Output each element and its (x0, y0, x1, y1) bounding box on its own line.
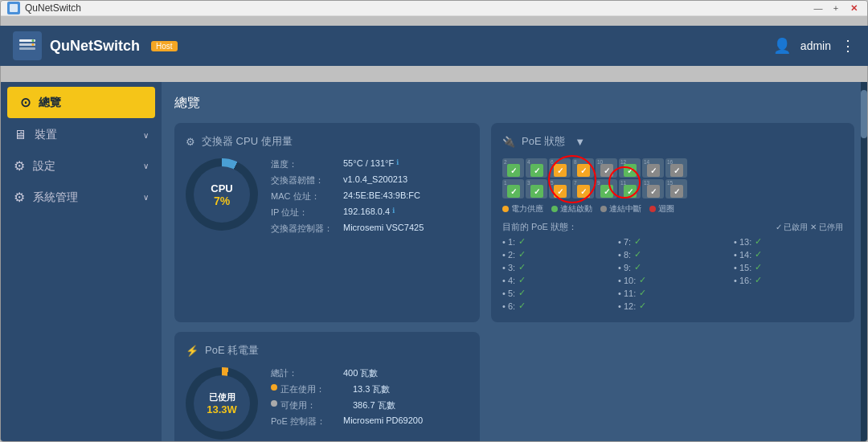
sidebar-device-label: 裝置 (35, 128, 57, 142)
port-5: 5 ✓ (549, 179, 571, 198)
port-3: 3 ✓ (526, 179, 547, 198)
in-use-row: 正在使用： 13.3 瓦數 (271, 383, 469, 395)
poe-gauge: 已使用 13.3W (186, 367, 258, 440)
port-col-8: 16 ✓ 15 ✓ (665, 158, 687, 198)
port-15: 15 ✓ (665, 179, 687, 198)
port-status-14: • 14:✓ (734, 249, 843, 260)
legend-disconnected-dot (600, 206, 607, 212)
ip-info-icon: ℹ (392, 207, 395, 219)
logo-icon (13, 31, 42, 60)
port-status-8: • 8:✓ (618, 249, 727, 260)
orange-dot (271, 384, 277, 391)
port-11: 11 ✓ (619, 179, 641, 198)
sidebar-item-system[interactable]: ⚙ 系統管理 ∨ (1, 182, 162, 213)
port-col-7: 14 ✓ 13 ✓ (642, 158, 664, 198)
ip-row: IP 位址： 192.168.0.4 ℹ (271, 207, 469, 219)
page-title: 總覽 (174, 95, 854, 112)
sidebar-settings-label: 設定 (33, 159, 55, 174)
legend-connected-dot (551, 206, 558, 212)
sidebar-overview-label: 總覽 (39, 96, 61, 110)
poe-status-header: 🔌 PoE 狀態 ▼ (502, 134, 843, 149)
port-2: 2 ✓ (502, 158, 524, 178)
port-status-6: • 6:✓ (502, 301, 612, 311)
main-layout: ⊙ 總覽 🖥 裝置 ∨ ⚙ 設定 ∨ ⚙ (1, 82, 867, 442)
poe-status-list: • 1:✓ • 7:✓ • 13:✓ • 2:✓ • 8:✓ • 14:✓ • … (502, 236, 843, 311)
poe-usage-header: ⚡ PoE 耗電量 (186, 343, 469, 358)
available-row: 可使用： 386.7 瓦數 (271, 399, 469, 411)
firmware-row: 交換器韌體： v1.0.4_S200213 (271, 174, 469, 186)
port-status-5: • 5:✓ (502, 288, 612, 298)
port-status-3: • 3:✓ (502, 262, 612, 272)
port-status-4: • 4:✓ (502, 275, 612, 285)
legend-connected: 連結啟動 (551, 203, 592, 215)
port-col-3: 6 ✓ 5 ✓ (549, 158, 571, 198)
ports-wrapper: 2 ✓ 1 ✓ 4 ✓ (502, 158, 687, 203)
legend-power: 電力供應 (502, 203, 543, 215)
poe-icon: 🔌 (502, 136, 515, 148)
info-icon: ℹ (396, 158, 399, 170)
overview-icon: ⊙ (20, 95, 31, 110)
status-header-row: 目前的 PoE 狀態： ✓ 已啟用 ✕ 已停用 (502, 221, 843, 233)
port-col-5: 10 ✓ 9 ✓ (596, 158, 617, 198)
svg-rect-0 (10, 4, 18, 12)
port-status-12: • 12:✓ (618, 301, 727, 311)
mac-row: MAC 位址： 24:5E:BE:43:9B:FC (271, 190, 469, 203)
sidebar-item-settings[interactable]: ⚙ 設定 ∨ (1, 150, 162, 182)
port-col-2: 4 ✓ 3 ✓ (526, 158, 547, 198)
status-note: ✓ 已啟用 ✕ 已停用 (776, 222, 843, 233)
port-9: 9 ✓ (596, 179, 617, 198)
minimize-button[interactable]: — (811, 1, 825, 15)
poe-usage-section: 已使用 13.3W 總計： 400 瓦數 (186, 367, 469, 440)
logo-area: QuNetSwitch Host (13, 31, 178, 60)
window-controls: — + ✕ (811, 1, 861, 15)
port-4: 4 ✓ (526, 158, 547, 178)
legend-power-dot (502, 206, 509, 212)
dropdown-arrow[interactable]: ▼ (575, 136, 585, 148)
cpu-card: ⚙ 交換器 CPU 使用量 CPU 7% (174, 123, 480, 322)
legend-loop-dot (649, 206, 656, 212)
port-13: 13 ✓ (642, 179, 664, 198)
window-title: QuNetSwitch (25, 2, 81, 14)
svg-point-5 (32, 43, 35, 46)
port-status-16: • 16:✓ (734, 275, 843, 285)
port-status-empty (734, 288, 843, 298)
scrollbar-thumb[interactable] (861, 90, 867, 138)
main-window: QuNetSwitch — + ✕ QuNetSwitch Host 👤 (0, 0, 868, 442)
port-col-4: 8 ✓ 7 ✓ (572, 158, 594, 198)
port-status-7: • 7:✓ (618, 236, 727, 247)
svg-point-4 (32, 39, 35, 42)
poe-usage-card: ⚡ PoE 耗電量 已使用 13.3W (174, 332, 480, 442)
gray-dot (271, 400, 277, 407)
cpu-info-table: 溫度： 55°C / 131°F ℹ 交換器韌體： v1.0.4_S200213… (271, 158, 469, 239)
chevron-down-icon: ∨ (143, 131, 149, 140)
port-status-11: • 11:✓ (618, 288, 727, 298)
scrollbar-track (861, 82, 867, 442)
port-16: 16 ✓ (665, 158, 687, 178)
header-right: 👤 admin ⋮ (773, 37, 855, 55)
user-icon: 👤 (773, 37, 791, 55)
device-icon: 🖥 (14, 128, 27, 142)
top-cards-row: ⚙ 交換器 CPU 使用量 CPU 7% (174, 123, 854, 322)
poe-controller-row: PoE 控制器： Microsemi PD69200 (271, 415, 469, 428)
port-7: 7 ✓ (572, 179, 594, 198)
port-status-9: • 9:✓ (618, 262, 727, 272)
port-status-10: • 10:✓ (618, 275, 727, 285)
port-1: 1 ✓ (502, 179, 524, 198)
legend-loop: 迴圈 (649, 203, 674, 215)
total-row: 總計： 400 瓦數 (271, 367, 469, 379)
app-icon (7, 2, 20, 14)
titlebar-left: QuNetSwitch (7, 2, 81, 14)
content-area: 總覽 ⚙ 交換器 CPU 使用量 CPU 7% (162, 82, 867, 442)
port-status-1: • 1:✓ (502, 236, 612, 247)
cpu-card-header: ⚙ 交換器 CPU 使用量 (186, 134, 469, 149)
port-col-1: 2 ✓ 1 ✓ (502, 158, 524, 198)
svg-rect-3 (19, 47, 35, 50)
sidebar-item-overview[interactable]: ⊙ 總覽 (7, 87, 155, 118)
maximize-button[interactable]: + (829, 1, 843, 15)
ports-visual: 2 ✓ 1 ✓ 4 ✓ (502, 158, 687, 198)
chevron-down-icon-2: ∨ (143, 162, 149, 170)
close-button[interactable]: ✕ (846, 1, 861, 15)
more-icon[interactable]: ⋮ (841, 37, 855, 55)
sidebar-system-label: 系統管理 (33, 190, 78, 205)
sidebar-item-device[interactable]: 🖥 裝置 ∨ (1, 120, 162, 150)
